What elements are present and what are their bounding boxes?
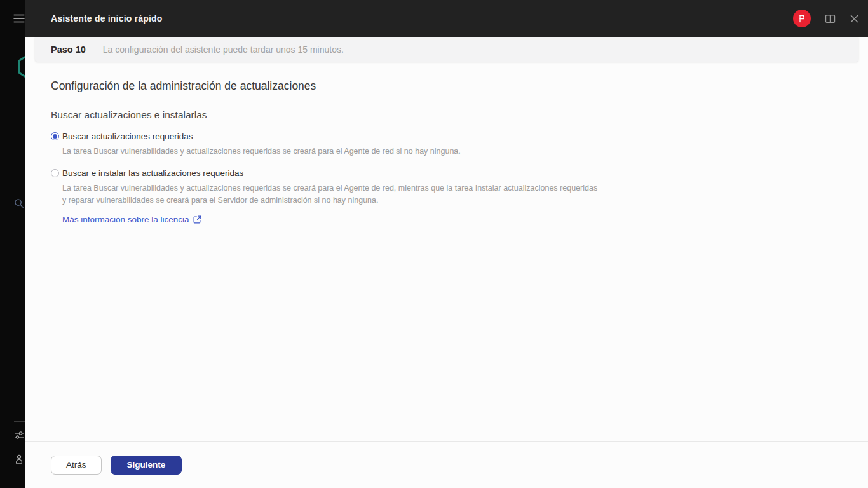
step-note: La configuración del asistente puede tar… [103,44,344,55]
next-button[interactable]: Siguiente [111,456,182,475]
external-link-icon [193,215,201,224]
brand-hexagon-logo [17,53,25,83]
quick-start-wizard-dialog: Asistente de inicio rápido [25,0,868,488]
wizard-content: Configuración de la administración de ac… [51,73,843,225]
license-info-link-label: Más información sobre la licencia [62,215,189,224]
user-icon[interactable] [14,454,24,467]
app-sidebar [0,0,25,488]
radio-icon[interactable] [51,132,59,140]
radio-label: Buscar actualizaciones requeridas [62,132,193,141]
wizard-step-bar: Paso 10 La configuración del asistente p… [35,37,858,62]
option-search-updates: Buscar actualizaciones requeridas La tar… [51,132,843,158]
close-icon[interactable] [850,14,859,24]
radio-icon[interactable] [51,169,59,177]
option-description: La tarea Buscar vulnerabilidades y actua… [62,182,601,207]
radio-search-updates[interactable]: Buscar actualizaciones requeridas [51,132,843,141]
menu-icon[interactable] [13,13,25,26]
dialog-titlebar: Asistente de inicio rápido [25,0,868,37]
option-description: La tarea Buscar vulnerabilidades y actua… [62,146,601,158]
wizard-footer: Atrás Siguiente [25,441,868,488]
back-button[interactable]: Atrás [51,456,102,475]
filter-sliders-icon[interactable] [14,430,24,443]
step-number: Paso 10 [51,44,86,55]
book-icon[interactable] [825,14,836,24]
search-icon[interactable] [14,198,24,211]
radio-label: Buscar e instalar las actualizaciones re… [62,168,243,178]
options-group-title: Buscar actualizaciones e instalarlas [51,109,843,121]
sidebar-divider [14,421,25,422]
radio-search-and-install-updates[interactable]: Buscar e instalar las actualizaciones re… [51,168,843,178]
dialog-title: Asistente de inicio rápido [51,13,163,24]
option-search-and-install-updates: Buscar e instalar las actualizaciones re… [51,168,843,207]
page-title: Configuración de la administración de ac… [51,79,843,93]
license-info-link[interactable]: Más información sobre la licencia [62,215,201,224]
flag-badge-icon[interactable] [793,10,811,27]
titlebar-actions [793,0,859,37]
step-separator [95,43,95,56]
